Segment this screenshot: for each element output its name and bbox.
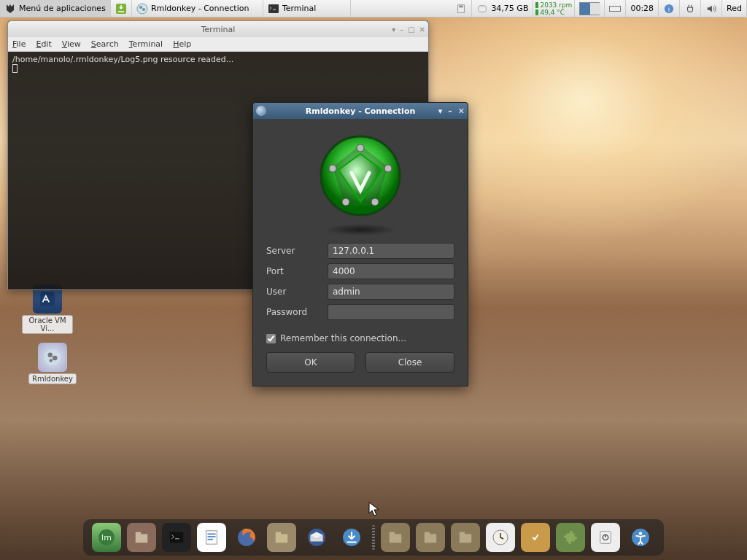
svg-rect-24 — [136, 532, 141, 535]
disk-space-indicator[interactable]: 34,75 GB — [472, 0, 533, 17]
svg-text:lm: lm — [101, 533, 112, 542]
terminal-menubar: File Edit View Search Terminal Help — [8, 37, 428, 52]
menu-file[interactable]: File — [12, 39, 26, 49]
svg-rect-6 — [460, 5, 463, 7]
mint-icon — [4, 3, 16, 15]
task-label: Rmldonkey - Connection — [151, 4, 249, 13]
network-label: Red — [727, 4, 742, 13]
dock-plugin[interactable] — [556, 523, 585, 552]
info-indicator[interactable]: i — [659, 0, 680, 17]
desktop-icon-vm[interactable]: Oracle VM Vi... — [22, 284, 73, 334]
user-input[interactable] — [328, 284, 454, 300]
show-desktop-button[interactable] — [111, 0, 132, 17]
close-button[interactable]: Close — [365, 352, 454, 373]
minimize-icon[interactable]: – — [448, 106, 452, 116]
icon-label: Rmldonkey — [28, 373, 77, 384]
app-logo — [253, 119, 468, 227]
svg-rect-27 — [208, 534, 216, 535]
hardware-sensors[interactable]: 2033 rpm 49,4 °C — [533, 0, 575, 17]
terminal-titlebar[interactable]: Terminal ▾ – □ ✕ — [8, 21, 428, 37]
port-input[interactable] — [328, 263, 454, 279]
logo-shadow — [324, 224, 397, 236]
password-input[interactable] — [328, 304, 454, 320]
dock-folder-d[interactable] — [451, 523, 480, 552]
dock-firefox[interactable] — [232, 523, 261, 552]
dock-terminal[interactable] — [162, 523, 191, 552]
menu-icon[interactable]: ▾ — [438, 106, 443, 116]
terminal-title: Terminal — [201, 25, 236, 34]
taskbar-task-rmldonkey[interactable]: Rmldonkey - Connection — [132, 0, 263, 17]
svg-point-16 — [357, 144, 364, 152]
connection-dialog: Rmldonkey - Connection ▾ – ✕ Server — [252, 102, 468, 386]
removable-drive-indicator[interactable] — [451, 0, 472, 17]
menu-search[interactable]: Search — [91, 39, 119, 49]
svg-rect-4 — [268, 4, 279, 13]
server-input[interactable] — [328, 243, 454, 259]
svg-rect-38 — [425, 532, 430, 535]
rmldonkey-icon — [38, 343, 67, 372]
ok-button[interactable]: OK — [266, 352, 355, 373]
svg-rect-40 — [460, 532, 465, 535]
power-indicator[interactable] — [680, 0, 701, 17]
terminal-cursor — [12, 64, 18, 73]
dock-mint-menu[interactable]: lm — [92, 523, 121, 552]
dock-libreoffice[interactable] — [197, 523, 226, 552]
dock-shutdown[interactable] — [591, 523, 620, 552]
remember-checkbox[interactable] — [266, 334, 276, 343]
dock-downloads[interactable] — [337, 523, 366, 552]
menu-edit[interactable]: Edit — [36, 39, 51, 49]
dock-clock[interactable] — [486, 523, 515, 552]
port-label: Port — [266, 266, 328, 276]
volume-indicator[interactable] — [701, 0, 722, 17]
remember-label: Remember this connection... — [280, 333, 406, 343]
dock-folder-b[interactable] — [381, 523, 410, 552]
svg-point-20 — [342, 198, 349, 206]
dock-folder-a[interactable] — [267, 523, 296, 552]
dock-thunderbird[interactable] — [302, 523, 331, 552]
dock: lm — [83, 519, 664, 556]
terminal-icon — [268, 3, 279, 15]
dock-file-manager[interactable] — [127, 523, 156, 552]
menu-help[interactable]: Help — [173, 39, 191, 49]
applications-menu-label: Menú de aplicaciones — [19, 4, 106, 13]
svg-rect-35 — [390, 534, 402, 542]
dock-folder-c[interactable] — [416, 523, 445, 552]
taskbar-task-terminal[interactable]: Terminal — [263, 0, 351, 17]
network-indicator[interactable]: Red — [722, 0, 747, 17]
info-icon: i — [663, 3, 675, 15]
usb-drive-icon — [455, 3, 467, 15]
dialog-title: Rmldonkey - Connection — [306, 106, 416, 116]
top-panel: Menú de aplicaciones Rmldonkey - Connect… — [0, 0, 747, 18]
svg-point-13 — [53, 356, 58, 361]
svg-point-18 — [329, 165, 336, 172]
svg-rect-39 — [460, 534, 472, 542]
disk-icon — [476, 3, 488, 15]
battery-indicator[interactable] — [605, 0, 626, 17]
close-icon[interactable]: ✕ — [458, 106, 465, 116]
maximize-icon[interactable]: □ — [408, 26, 414, 34]
close-icon[interactable]: ✕ — [419, 26, 425, 34]
icon-label: Oracle VM Vi... — [22, 315, 73, 334]
svg-point-46 — [639, 532, 642, 534]
menu-terminal[interactable]: Terminal — [129, 39, 163, 49]
cpu-temp: 49,4 °C — [540, 9, 565, 16]
menu-icon[interactable]: ▾ — [392, 26, 395, 34]
menu-view[interactable]: View — [62, 39, 81, 49]
svg-point-12 — [48, 353, 53, 358]
svg-point-1 — [137, 4, 147, 14]
dialog-titlebar[interactable]: Rmldonkey - Connection ▾ – ✕ — [253, 103, 468, 119]
svg-point-17 — [384, 165, 392, 172]
svg-rect-28 — [208, 536, 216, 537]
workspace-switcher[interactable] — [575, 0, 605, 17]
terminal-output-area[interactable]: /home/manolo/.rmldonkey/Log5.png resourc… — [8, 52, 428, 78]
svg-rect-36 — [390, 532, 395, 535]
minimize-icon[interactable]: – — [400, 26, 403, 34]
clock[interactable]: 00:28 — [626, 0, 659, 17]
svg-rect-31 — [276, 534, 288, 542]
dock-accessibility[interactable] — [626, 523, 655, 552]
desktop-icon-rmldonkey[interactable]: Rmldonkey — [27, 343, 78, 384]
task-label: Terminal — [282, 4, 317, 13]
svg-point-14 — [50, 359, 53, 362]
dock-updater[interactable] — [521, 523, 550, 552]
applications-menu[interactable]: Menú de aplicaciones — [0, 0, 111, 17]
